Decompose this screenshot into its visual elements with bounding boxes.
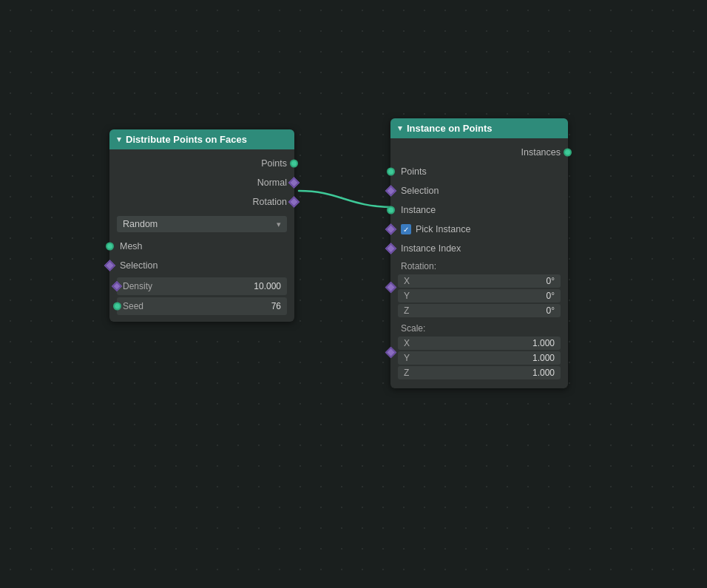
input-mesh-row: Mesh bbox=[109, 237, 294, 256]
instance-on-points-node: ▾ Instance on Points Instances Points Se… bbox=[390, 118, 568, 388]
dropdown-arrow-icon: ▾ bbox=[277, 220, 281, 229]
pick-instance-checkbox[interactable]: ✓ bbox=[401, 224, 411, 234]
distribute-node-body: Points Normal Rotation Random ▾ Mesh bbox=[109, 149, 294, 322]
input-instance-label: Instance bbox=[401, 205, 436, 215]
rotation-y-value[interactable]: 0° bbox=[547, 291, 555, 301]
distribute-dropdown-row: Random ▾ bbox=[117, 216, 287, 232]
scale-extra-socket[interactable] bbox=[385, 347, 397, 359]
input-inst-selection-label: Selection bbox=[401, 186, 439, 196]
input-instance-index-label: Instance Index bbox=[401, 243, 461, 254]
pick-instance-label: Pick Instance bbox=[416, 224, 470, 234]
input-inst-selection-row: Selection bbox=[390, 181, 568, 200]
density-value: 10.000 bbox=[254, 281, 281, 291]
input-selection-row: Selection bbox=[109, 256, 294, 275]
rotation-extra-socket[interactable] bbox=[385, 282, 397, 294]
scale-z-row: Z 1.000 bbox=[398, 366, 561, 379]
pick-instance-row: ✓ Pick Instance bbox=[390, 220, 568, 239]
output-points-socket[interactable] bbox=[290, 160, 298, 168]
output-rotation-socket[interactable] bbox=[288, 196, 300, 208]
seed-label: Seed bbox=[123, 301, 143, 311]
input-points-label: Points bbox=[401, 166, 427, 177]
input-selection-socket[interactable] bbox=[104, 260, 116, 271]
output-normal-label: Normal bbox=[257, 178, 287, 188]
output-instances-label: Instances bbox=[521, 147, 561, 158]
output-rotation-row: Rotation bbox=[109, 192, 294, 212]
density-field[interactable]: Density 10.000 bbox=[117, 277, 287, 295]
scale-y-row: Y 1.000 bbox=[398, 351, 561, 365]
rotation-section-label: Rotation: bbox=[390, 258, 568, 273]
rotation-x-label: X bbox=[404, 276, 417, 286]
dropdown-value: Random bbox=[123, 219, 158, 229]
output-rotation-label: Rotation bbox=[252, 197, 287, 207]
distribute-dropdown[interactable]: Random ▾ bbox=[117, 216, 287, 232]
scale-x-label: X bbox=[404, 338, 417, 348]
seed-socket[interactable] bbox=[113, 303, 121, 311]
input-instance-row: Instance bbox=[390, 200, 568, 220]
input-inst-selection-socket[interactable] bbox=[385, 185, 397, 197]
scale-x-row: X 1.000 bbox=[398, 337, 561, 350]
scale-z-value[interactable]: 1.000 bbox=[532, 368, 555, 378]
density-label: Density bbox=[123, 281, 152, 291]
output-normal-socket[interactable] bbox=[288, 177, 300, 189]
rotation-z-row: Z 0° bbox=[398, 304, 561, 317]
scale-z-label: Z bbox=[404, 368, 417, 378]
input-instance-index-row: Instance Index bbox=[390, 239, 568, 258]
output-normal-row: Normal bbox=[109, 173, 294, 192]
output-points-row: Points bbox=[109, 154, 294, 173]
instance-node-header: ▾ Instance on Points bbox=[390, 118, 568, 138]
scale-y-value[interactable]: 1.000 bbox=[532, 353, 555, 363]
rotation-z-label: Z bbox=[404, 305, 417, 316]
density-socket[interactable] bbox=[112, 281, 122, 291]
instance-node-title: Instance on Points bbox=[407, 123, 493, 134]
rotation-x-value[interactable]: 0° bbox=[547, 276, 555, 286]
scale-x-value[interactable]: 1.000 bbox=[532, 338, 555, 348]
input-instance-socket[interactable] bbox=[387, 206, 395, 214]
distribute-points-node: ▾ Distribute Points on Faces Points Norm… bbox=[109, 129, 294, 322]
seed-field[interactable]: Seed 76 bbox=[117, 297, 287, 315]
scale-section-label: Scale: bbox=[390, 320, 568, 335]
input-points-socket[interactable] bbox=[387, 168, 395, 176]
output-instances-socket[interactable] bbox=[564, 149, 572, 157]
scale-y-label: Y bbox=[404, 353, 417, 363]
input-instance-index-socket[interactable] bbox=[385, 243, 397, 254]
instance-node-body: Instances Points Selection Instance ✓ Pi… bbox=[390, 138, 568, 388]
instance-collapse-icon[interactable]: ▾ bbox=[398, 124, 402, 133]
seed-value: 76 bbox=[271, 301, 281, 311]
rotation-y-label: Y bbox=[404, 291, 417, 301]
output-instances-row: Instances bbox=[390, 143, 568, 162]
input-points-row: Points bbox=[390, 162, 568, 181]
input-selection-label: Selection bbox=[120, 260, 158, 271]
rotation-y-row: Y 0° bbox=[398, 289, 561, 303]
input-mesh-label: Mesh bbox=[120, 241, 143, 251]
input-mesh-socket[interactable] bbox=[106, 243, 114, 251]
pick-instance-socket[interactable] bbox=[385, 223, 397, 235]
rotation-x-row: X 0° bbox=[398, 274, 561, 288]
distribute-node-header: ▾ Distribute Points on Faces bbox=[109, 129, 294, 149]
output-points-label: Points bbox=[261, 158, 287, 169]
collapse-icon[interactable]: ▾ bbox=[117, 135, 121, 144]
distribute-node-title: Distribute Points on Faces bbox=[126, 134, 247, 145]
rotation-z-value[interactable]: 0° bbox=[547, 305, 555, 316]
